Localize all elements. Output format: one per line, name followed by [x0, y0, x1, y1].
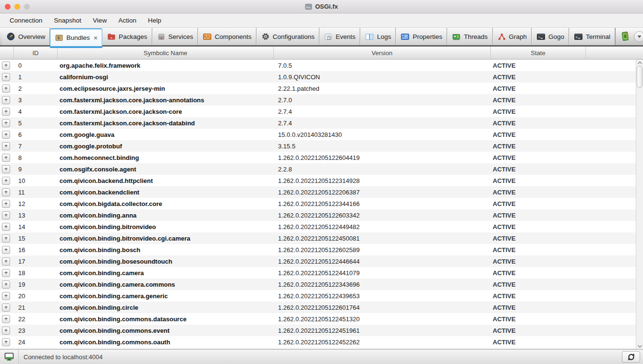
table-row[interactable]: +15com.qivicon.binding.bitronvideo.cgi.c… — [0, 232, 636, 244]
table-row[interactable]: +22com.qivicon.binding.commons.datasourc… — [0, 313, 636, 325]
bundle-state: ACTIVE — [491, 166, 586, 173]
bundle-id: 22 — [14, 315, 58, 323]
expand-row-button[interactable]: + — [2, 223, 10, 231]
expand-row-button[interactable]: + — [2, 234, 10, 243]
column-header-name[interactable]: Symbolic Name — [58, 47, 274, 59]
tab-bundles[interactable]: Bundles× — [50, 28, 102, 47]
table-row[interactable]: +24com.qivicon.binding.commons.oauth1.26… — [0, 336, 636, 348]
expand-row-button[interactable]: + — [2, 338, 10, 346]
menu-bar: ConnectionSnapshotViewActionHelp — [0, 13, 643, 28]
expand-row-button[interactable]: + — [2, 246, 10, 254]
table-row[interactable]: +2com.eclipsesource.jaxrs.jersey-min2.22… — [0, 83, 636, 94]
table-row[interactable]: +9com.osgifx.console.agent2.2.8ACTIVE — [0, 163, 636, 175]
table-row[interactable]: +13com.qivicon.binding.anna1.262.0.20221… — [0, 209, 636, 221]
tab-overview[interactable]: Overview — [2, 28, 50, 45]
tab-threads[interactable]: Threads — [447, 28, 493, 45]
scroll-down-arrow-icon[interactable] — [636, 343, 643, 349]
column-header-state[interactable]: State — [491, 47, 586, 59]
table-row[interactable]: +23com.qivicon.binding.commons.event1.26… — [0, 325, 636, 336]
table-row[interactable]: +16com.qivicon.binding.bosch1.262.0.2022… — [0, 244, 636, 255]
table-row[interactable]: +14com.qivicon.binding.bitronvideo1.262.… — [0, 221, 636, 232]
bundle-symbolic-name: com.qivicon.binding.camera.generic — [58, 292, 274, 300]
table-row[interactable]: +6com.google.guava15.0.0.v201403281430AC… — [0, 129, 636, 140]
bundle-state: ACTIVE — [491, 189, 586, 196]
tab-components[interactable]: Components — [198, 28, 256, 45]
table-row[interactable]: +7com.google.protobuf3.15.5ACTIVE — [0, 140, 636, 152]
vertical-scrollbar[interactable] — [636, 60, 643, 349]
expand-row-button[interactable]: + — [2, 200, 10, 208]
table-row[interactable]: +18com.qivicon.binding.camera1.262.0.202… — [0, 267, 636, 279]
expand-row-button[interactable]: + — [2, 177, 10, 185]
expand-row-button[interactable]: + — [2, 154, 10, 162]
table-row[interactable]: + — [0, 348, 636, 349]
menu-snapshot[interactable]: Snapshot — [54, 17, 81, 24]
expand-row-button[interactable]: + — [2, 327, 10, 335]
refresh-button[interactable] — [622, 351, 640, 363]
row-expander-cell: + — [0, 200, 14, 208]
expand-row-button[interactable]: + — [2, 315, 10, 323]
tab-graph[interactable]: Graph — [493, 28, 532, 45]
expand-row-button[interactable]: + — [2, 73, 10, 81]
table-row[interactable]: +12com.qivicon.bigdata.collector.core1.2… — [0, 198, 636, 209]
tab-overflow-chevron-down-button[interactable] — [634, 31, 643, 42]
connection-monitor-icon — [0, 352, 18, 361]
table-row[interactable]: +0org.apache.felix.framework7.0.5ACTIVE — [0, 60, 636, 71]
tab-packages[interactable]: Packages — [102, 28, 152, 45]
table-row[interactable]: +8com.homeconnect.binding1.262.0.2022120… — [0, 152, 636, 163]
expand-row-button[interactable]: + — [2, 61, 10, 70]
table-row[interactable]: +21com.qivicon.binding.circle1.262.0.202… — [0, 302, 636, 313]
tab-services[interactable]: Services — [152, 28, 198, 45]
zoom-window-button[interactable] — [24, 4, 30, 10]
tab-gogo[interactable]: >Gogo — [532, 28, 569, 45]
close-window-button[interactable] — [5, 4, 11, 10]
expand-row-button[interactable]: + — [2, 85, 10, 93]
table-row[interactable]: +11com.qivicon.backendclient1.262.0.2022… — [0, 186, 636, 198]
agent-chip-button[interactable] — [619, 30, 632, 43]
scrollbar-track[interactable] — [636, 66, 643, 343]
tab-configurations[interactable]: Configurations — [256, 28, 319, 45]
bundles-package-icon — [55, 34, 63, 42]
row-expander-cell: + — [0, 257, 14, 266]
expand-row-button[interactable]: + — [2, 292, 10, 300]
expand-row-button[interactable]: + — [2, 131, 10, 139]
tab-events[interactable]: Events — [319, 28, 360, 45]
row-expander-cell: + — [0, 131, 14, 139]
table-row[interactable]: +20com.qivicon.binding.camera.generic1.2… — [0, 290, 636, 302]
table-row[interactable]: +10com.qivicon.backend.httpclient1.262.0… — [0, 175, 636, 186]
table-row[interactable]: +1californium-osgi1.0.9.QIVICONACTIVE — [0, 71, 636, 83]
table-row[interactable]: +17com.qivicon.binding.bosesoundtouch1.2… — [0, 255, 636, 267]
minimize-window-button[interactable] — [14, 4, 20, 10]
expand-row-button[interactable]: + — [2, 303, 10, 312]
table-row[interactable]: +4com.fasterxml.jackson.core.jackson-cor… — [0, 106, 636, 117]
expand-row-button[interactable]: + — [2, 188, 10, 196]
tab-terminal[interactable]: >Terminal — [569, 28, 615, 45]
column-header-version[interactable]: Version — [274, 47, 491, 59]
expand-row-button[interactable]: + — [2, 269, 10, 277]
table-row[interactable]: +3com.fasterxml.jackson.core.jackson-ann… — [0, 94, 636, 106]
expand-row-button[interactable]: + — [2, 211, 10, 219]
tab-properties[interactable]: Properties — [396, 28, 447, 45]
column-header-id[interactable]: ID — [14, 47, 58, 59]
bundle-version: 1.262.0.20221205122604419 — [274, 154, 491, 161]
menu-view[interactable]: View — [93, 17, 107, 24]
menu-connection[interactable]: Connection — [10, 17, 42, 24]
bundle-id: 21 — [14, 304, 58, 311]
expand-row-button[interactable]: + — [2, 257, 10, 266]
row-expander-cell: + — [0, 154, 14, 162]
tab-logs[interactable]: Logs — [360, 28, 396, 45]
table-row[interactable]: +5com.fasterxml.jackson.core.jackson-dat… — [0, 117, 636, 129]
expand-row-button[interactable]: + — [2, 142, 10, 150]
table-row[interactable]: +19com.qivicon.binding.camera.commons1.2… — [0, 279, 636, 290]
expand-row-button[interactable]: + — [2, 165, 10, 173]
expand-row-button[interactable]: + — [2, 108, 10, 116]
expand-row-button[interactable]: + — [2, 119, 10, 127]
row-expander-cell: + — [0, 327, 14, 335]
menu-action[interactable]: Action — [118, 17, 136, 24]
menu-help[interactable]: Help — [148, 17, 161, 24]
tab-close-icon[interactable]: × — [94, 34, 97, 42]
scroll-up-arrow-icon[interactable] — [636, 60, 643, 66]
bundle-version: 1.262.0.20221205122343696 — [274, 281, 491, 288]
expand-row-button[interactable]: + — [2, 280, 10, 289]
scrollbar-thumb[interactable] — [637, 66, 643, 88]
expand-row-button[interactable]: + — [2, 96, 10, 104]
